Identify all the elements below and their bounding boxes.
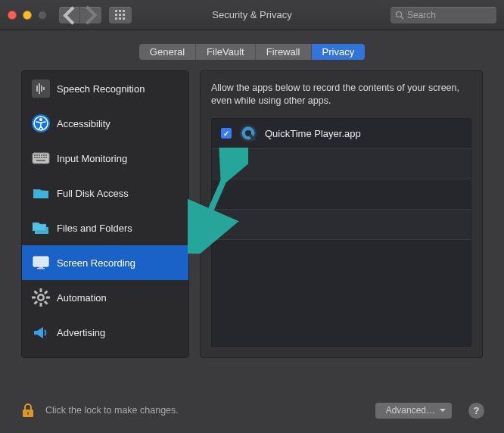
svg-rect-39	[40, 288, 42, 292]
app-row-empty	[212, 149, 471, 179]
svg-line-10	[401, 17, 403, 19]
sidebar-item-full-disk-access[interactable]: Full Disk Access	[22, 176, 188, 210]
checkbox-checked[interactable]: ✓	[221, 128, 232, 139]
svg-rect-0	[115, 10, 117, 12]
svg-rect-29	[36, 157, 38, 158]
accessibility-icon	[31, 114, 51, 133]
sidebar-item-input-monitoring[interactable]: Input Monitoring	[22, 141, 188, 176]
tab-filevault[interactable]: FileVault	[196, 44, 256, 60]
advanced-button[interactable]: Advanced…	[375, 403, 452, 419]
svg-rect-27	[45, 154, 47, 156]
svg-rect-4	[119, 14, 121, 16]
back-button[interactable]	[59, 7, 80, 23]
svg-point-47	[39, 296, 43, 300]
forward-button	[80, 7, 101, 23]
svg-rect-11	[32, 79, 50, 98]
minimize-icon[interactable]	[23, 11, 32, 20]
svg-point-20	[39, 118, 42, 121]
svg-rect-46	[44, 301, 48, 305]
app-row-empty	[212, 179, 471, 210]
search-input[interactable]: Search	[390, 7, 496, 23]
lock-text: Click the lock to make changes.	[45, 405, 179, 416]
right-pane: Allow the apps below to record the conte…	[200, 70, 483, 358]
svg-rect-2	[123, 10, 125, 12]
svg-rect-5	[123, 14, 125, 16]
svg-rect-43	[44, 290, 48, 294]
svg-rect-44	[33, 301, 38, 305]
show-all-button[interactable]	[109, 7, 132, 23]
svg-rect-41	[32, 297, 36, 299]
quicktime-icon	[239, 124, 257, 142]
help-button[interactable]: ?	[468, 403, 484, 419]
sidebar-item-label: Automation	[57, 292, 107, 304]
svg-rect-28	[34, 157, 36, 158]
svg-rect-26	[43, 154, 45, 156]
sidebar-item-label: Screen Recording	[57, 257, 135, 269]
display-icon	[31, 253, 51, 273]
tab-general[interactable]: General	[139, 44, 196, 60]
megaphone-icon	[31, 322, 51, 342]
svg-rect-42	[46, 297, 50, 299]
sidebar-item-analytics[interactable]: Analytics & Improvements	[22, 350, 188, 358]
search-placeholder: Search	[407, 10, 436, 20]
svg-rect-7	[119, 17, 121, 20]
svg-rect-35	[33, 257, 48, 266]
sidebar-item-automation[interactable]: Automation	[22, 280, 188, 315]
svg-rect-24	[39, 154, 40, 156]
svg-rect-57	[27, 412, 29, 415]
sidebar-item-speech-recognition[interactable]: Speech Recognition	[22, 71, 188, 106]
tab-firewall[interactable]: Firewall	[256, 44, 312, 60]
app-row-empty	[212, 210, 471, 240]
window-titlebar: Security & Privacy Search	[0, 0, 504, 30]
app-list[interactable]: ✓ QuickTime Player.app	[211, 118, 471, 347]
maximize-icon	[38, 11, 47, 20]
svg-rect-45	[33, 290, 38, 294]
tab-privacy[interactable]: Privacy	[312, 44, 366, 60]
svg-rect-34	[36, 160, 45, 161]
waveform-icon	[31, 79, 51, 98]
svg-rect-8	[123, 17, 125, 20]
svg-rect-23	[36, 154, 38, 156]
svg-rect-36	[39, 266, 43, 268]
svg-rect-3	[115, 14, 117, 16]
keyboard-icon	[31, 148, 51, 168]
nav-back-forward	[59, 7, 101, 23]
svg-rect-31	[41, 157, 42, 158]
folders-icon	[31, 218, 51, 238]
sidebar-item-label: Accessibility	[57, 118, 110, 129]
svg-rect-22	[34, 154, 36, 156]
privacy-sidebar[interactable]: Speech Recognition Accessibility Input M…	[21, 70, 189, 358]
svg-rect-1	[119, 10, 121, 12]
gear-icon	[31, 288, 51, 307]
app-name: QuickTime Player.app	[265, 128, 361, 139]
folder-icon	[31, 183, 51, 203]
description-text: Allow the apps below to record the conte…	[211, 82, 471, 107]
svg-rect-33	[45, 157, 47, 158]
svg-rect-6	[115, 17, 117, 20]
sidebar-item-advertising[interactable]: Advertising	[22, 315, 188, 350]
app-row[interactable]: ✓ QuickTime Player.app	[212, 119, 471, 149]
svg-rect-40	[40, 303, 42, 307]
lock-icon[interactable]	[20, 402, 36, 419]
sidebar-item-screen-recording[interactable]: Screen Recording	[22, 245, 188, 280]
tab-bar: General FileVault Firewall Privacy	[0, 30, 504, 60]
sidebar-item-label: Input Monitoring	[57, 153, 127, 164]
main-content: Speech Recognition Accessibility Input M…	[0, 60, 504, 369]
sidebar-item-label: Full Disk Access	[57, 188, 129, 199]
sidebar-item-accessibility[interactable]: Accessibility	[22, 106, 188, 141]
svg-rect-25	[41, 154, 42, 156]
svg-point-9	[397, 12, 402, 17]
close-icon[interactable]	[8, 11, 17, 20]
sidebar-item-label: Speech Recognition	[57, 83, 145, 95]
svg-rect-32	[43, 157, 45, 158]
svg-rect-30	[39, 157, 40, 158]
app-row-empty	[212, 240, 471, 346]
sidebar-item-label: Files and Folders	[57, 223, 132, 234]
chart-icon	[31, 357, 51, 358]
sidebar-item-label: Advertising	[57, 327, 105, 338]
traffic-lights	[8, 11, 47, 20]
search-icon	[395, 11, 404, 20]
footer: Click the lock to make changes. Advanced…	[0, 388, 504, 433]
svg-rect-37	[37, 268, 45, 269]
sidebar-item-files-and-folders[interactable]: Files and Folders	[22, 210, 188, 245]
